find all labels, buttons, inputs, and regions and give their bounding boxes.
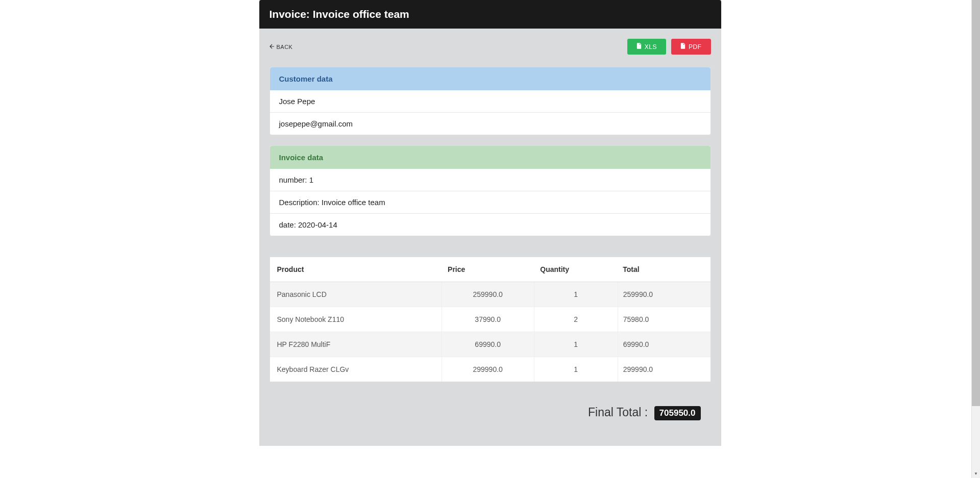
col-header-price: Price <box>442 257 534 282</box>
customer-email: josepepe@gmail.com <box>270 112 710 135</box>
cell-price: 37990.0 <box>442 307 534 332</box>
invoice-number: number: 1 <box>270 169 710 191</box>
cell-price: 299990.0 <box>442 357 534 382</box>
cell-product: Sony Notebook Z110 <box>270 307 442 332</box>
cell-total: 259990.0 <box>618 282 710 307</box>
scrollbar-thumb[interactable] <box>972 0 980 406</box>
cell-total: 299990.0 <box>618 357 710 382</box>
table-row: Sony Notebook Z11037990.0275980.0 <box>270 307 710 332</box>
final-total-value: 705950.0 <box>654 406 701 420</box>
file-pdf-icon <box>680 43 685 51</box>
cell-product: Panasonic LCD <box>270 282 442 307</box>
export-xls-button[interactable]: XLS <box>627 39 666 55</box>
items-table-wrapper: Product Price Quantity Total Panasonic L… <box>270 257 711 382</box>
scrollbar[interactable]: ▲ ▼ <box>971 0 980 446</box>
final-total: Final Total : 705950.0 <box>270 397 711 436</box>
cell-quantity: 2 <box>534 307 618 332</box>
customer-panel-header: Customer data <box>270 67 710 90</box>
cell-product: Keyboard Razer CLGv <box>270 357 442 382</box>
toolbar: BACK XLS PDF <box>270 39 711 55</box>
table-row: Panasonic LCD259990.01259990.0 <box>270 282 710 307</box>
table-row: Keyboard Razer CLGv299990.01299990.0 <box>270 357 710 382</box>
final-total-label: Final Total : <box>588 406 648 419</box>
back-label: BACK <box>277 44 293 50</box>
file-xls-icon <box>636 43 642 51</box>
table-row: HP F2280 MultiF69990.0169990.0 <box>270 332 710 357</box>
invoice-date: date: 2020-04-14 <box>270 213 710 236</box>
export-xls-label: XLS <box>645 43 657 51</box>
cell-price: 69990.0 <box>442 332 534 357</box>
items-table: Product Price Quantity Total Panasonic L… <box>270 257 710 382</box>
export-buttons: XLS PDF <box>627 39 711 55</box>
customer-name: Jose Pepe <box>270 90 710 112</box>
page-header: Invoice: Invoice office team <box>259 0 721 29</box>
invoice-panel-header: Invoice data <box>270 146 710 169</box>
col-header-quantity: Quantity <box>534 257 618 282</box>
page-title: Invoice: Invoice office team <box>270 8 711 20</box>
cell-quantity: 1 <box>534 332 618 357</box>
invoice-panel: Invoice data number: 1 Description: Invo… <box>270 145 711 236</box>
col-header-total: Total <box>618 257 710 282</box>
export-pdf-button[interactable]: PDF <box>671 39 711 55</box>
cell-quantity: 1 <box>534 282 618 307</box>
cell-product: HP F2280 MultiF <box>270 332 442 357</box>
invoice-description: Description: Invoice office team <box>270 191 710 213</box>
cell-quantity: 1 <box>534 357 618 382</box>
col-header-product: Product <box>270 257 442 282</box>
export-pdf-label: PDF <box>689 43 702 51</box>
customer-panel: Customer data Jose Pepe josepepe@gmail.c… <box>270 67 711 135</box>
cell-total: 75980.0 <box>618 307 710 332</box>
cell-total: 69990.0 <box>618 332 710 357</box>
back-button[interactable]: BACK <box>270 44 293 50</box>
cell-price: 259990.0 <box>442 282 534 307</box>
arrow-left-icon <box>270 44 275 50</box>
